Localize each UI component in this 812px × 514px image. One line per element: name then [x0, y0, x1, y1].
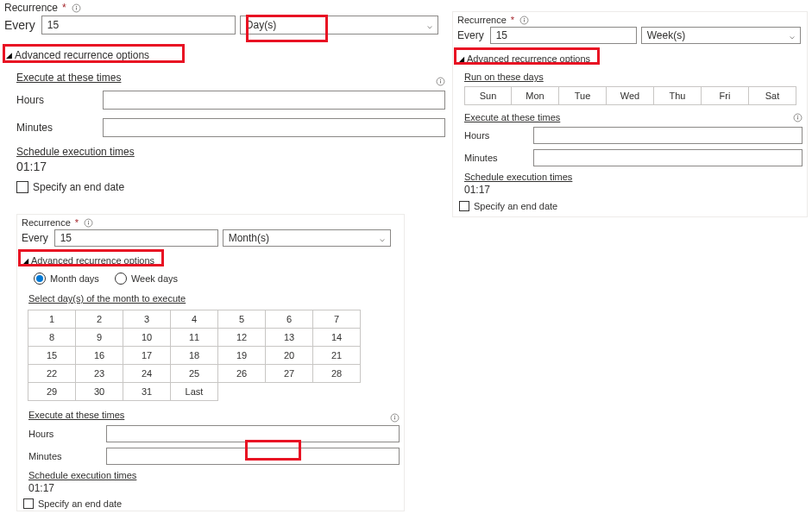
schedule-time: 01:17	[16, 160, 445, 173]
recurrence-label: Recurrence	[457, 15, 507, 25]
calendar-cell-8[interactable]: 8	[28, 328, 76, 347]
every-label: Every	[4, 18, 37, 32]
calendar-cell-25[interactable]: 25	[170, 364, 218, 383]
required-asterisk: *	[75, 217, 79, 228]
calendar-cell-22[interactable]: 22	[28, 364, 76, 383]
hours-input[interactable]	[106, 425, 400, 442]
execute-title: Execute at these times	[16, 72, 121, 84]
calendar-cell-15[interactable]: 15	[28, 346, 76, 365]
every-value-input[interactable]	[490, 27, 637, 44]
calendar-cell-6[interactable]: 6	[265, 310, 313, 329]
svg-rect-2	[76, 7, 77, 9]
radio-label: Week days	[131, 273, 178, 284]
svg-point-7	[524, 17, 525, 18]
calendar-cell-2[interactable]: 2	[75, 310, 123, 329]
day-button-thu[interactable]: Thu	[654, 86, 702, 105]
calendar-cell-30[interactable]: 30	[75, 382, 123, 401]
calendar-cell-17[interactable]: 17	[123, 346, 171, 365]
unit-select[interactable]: Month(s) ⌵	[223, 229, 391, 247]
minutes-input[interactable]	[533, 149, 803, 166]
svg-rect-8	[524, 19, 525, 22]
calendar-cell-5[interactable]: 5	[217, 310, 266, 329]
day-button-fri[interactable]: Fri	[702, 86, 749, 105]
end-date-checkbox[interactable]	[23, 498, 34, 509]
calendar-cell-24[interactable]: 24	[123, 364, 171, 383]
calendar-cell-23[interactable]: 23	[75, 364, 123, 383]
calendar-cell-10[interactable]: 10	[123, 328, 171, 347]
day-button-wed[interactable]: Wed	[607, 86, 654, 105]
end-date-checkbox[interactable]	[459, 201, 469, 211]
every-label: Every	[457, 29, 486, 41]
minutes-label: Minutes	[464, 153, 533, 163]
svg-rect-14	[88, 222, 89, 224]
every-value-input[interactable]	[54, 229, 218, 247]
calendar-cell-3[interactable]: 3	[123, 310, 171, 329]
end-date-label: Specify an end date	[33, 181, 124, 193]
day-button-sun[interactable]: Sun	[464, 86, 512, 105]
advanced-toggle[interactable]: ◢ Advanced recurrence options	[457, 52, 803, 66]
hours-label: Hours	[28, 429, 106, 439]
calendar-cell-18[interactable]: 18	[170, 346, 218, 365]
calendar-cell-7[interactable]: 7	[312, 310, 361, 329]
hours-input[interactable]	[103, 91, 445, 110]
calendar-cell-9[interactable]: 9	[75, 328, 123, 347]
calendar-cell-26[interactable]: 26	[217, 364, 266, 383]
calendar-cell-1[interactable]: 1	[28, 310, 76, 329]
recurrence-label-row: Recurrence *	[4, 2, 445, 14]
calendar-cell-12[interactable]: 12	[217, 328, 266, 347]
calendar-cell-16[interactable]: 16	[75, 346, 123, 365]
calendar-cell-27[interactable]: 27	[265, 364, 313, 383]
svg-point-16	[394, 415, 395, 416]
radio-week-days[interactable]: Week days	[115, 273, 178, 285]
calendar-cell-19[interactable]: 19	[217, 346, 266, 365]
calendar-cell-last[interactable]: Last	[170, 382, 218, 401]
unit-select-value: Week(s)	[647, 29, 685, 41]
unit-select[interactable]: Day(s) ⌵	[240, 16, 438, 34]
radio-month-days[interactable]: Month days	[34, 273, 99, 285]
day-button-sat[interactable]: Sat	[749, 86, 796, 105]
svg-point-13	[88, 220, 89, 221]
radio-icon	[34, 273, 46, 285]
calendar-cell-13[interactable]: 13	[265, 328, 313, 347]
schedule-title: Schedule execution times	[28, 470, 400, 480]
every-value-input[interactable]	[41, 16, 236, 34]
schedule-time: 01:17	[464, 184, 803, 196]
calendar-cell-31[interactable]: 31	[123, 382, 171, 401]
calendar-cell-21[interactable]: 21	[312, 346, 361, 365]
advanced-toggle[interactable]: ◢ Advanced recurrence options	[4, 47, 445, 63]
hours-label: Hours	[464, 130, 533, 141]
panel-months: Recurrence * Every Month(s) ⌵ ◢ Advanced…	[16, 214, 405, 511]
every-label: Every	[22, 232, 50, 244]
unit-select[interactable]: Week(s) ⌵	[641, 27, 801, 44]
info-icon[interactable]	[84, 218, 93, 228]
advanced-toggle[interactable]: ◢ Advanced recurrence options	[22, 254, 400, 267]
info-icon[interactable]	[519, 16, 529, 25]
minutes-input[interactable]	[103, 118, 445, 137]
day-button-mon[interactable]: Mon	[512, 86, 559, 105]
end-date-checkbox[interactable]	[16, 181, 28, 193]
minutes-input[interactable]	[106, 448, 400, 465]
required-asterisk: *	[62, 2, 66, 14]
calendar-cell-4[interactable]: 4	[170, 310, 218, 329]
schedule-title: Schedule execution times	[16, 146, 445, 158]
calendar-cell-11[interactable]: 11	[170, 328, 218, 347]
calendar-cell-20[interactable]: 20	[265, 346, 313, 365]
svg-rect-17	[394, 417, 395, 419]
calendar-cell-14[interactable]: 14	[312, 328, 361, 347]
chevron-down-icon: ⌵	[790, 31, 795, 41]
caret-down-icon: ◢	[459, 55, 464, 63]
calendar-cell-29[interactable]: 29	[28, 382, 76, 401]
info-icon[interactable]	[72, 3, 81, 13]
hours-input[interactable]	[533, 127, 803, 144]
end-date-label: Specify an end date	[38, 498, 122, 509]
advanced-label: Advanced recurrence options	[467, 53, 590, 64]
chevron-down-icon: ⌵	[380, 234, 385, 243]
day-button-tue[interactable]: Tue	[559, 86, 607, 105]
calendar-cell-28[interactable]: 28	[312, 364, 361, 383]
schedule-title: Schedule execution times	[464, 172, 803, 182]
chevron-down-icon: ⌵	[427, 21, 432, 30]
panel-weeks: Recurrence * Every Week(s) ⌵ ◢ Advanced …	[452, 11, 808, 217]
info-icon[interactable]	[793, 113, 803, 122]
info-icon[interactable]	[436, 77, 445, 86]
info-icon[interactable]	[390, 413, 400, 423]
